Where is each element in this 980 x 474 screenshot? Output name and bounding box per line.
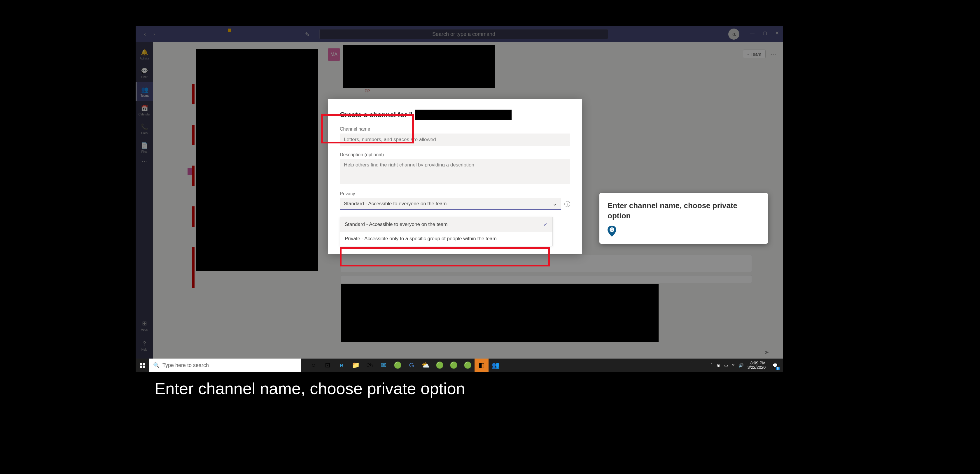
svg-rect-3 [143, 366, 145, 368]
chrome3-icon[interactable]: 🟢 [447, 358, 461, 372]
svg-rect-0 [140, 363, 142, 365]
redaction-block [415, 109, 512, 120]
cortana-icon[interactable]: ○ [307, 358, 321, 372]
taskbar-clock[interactable]: 8:09 PM 3/22/2020 [748, 361, 766, 370]
store-icon[interactable]: 🛍 [363, 358, 377, 372]
chrome-icon[interactable]: 🟢 [391, 358, 404, 372]
taskbar-search-input[interactable]: 🔍 Type here to search [149, 358, 301, 372]
clock-time: 8:09 PM [748, 361, 766, 365]
tray-chevron-icon[interactable]: ˄ [711, 363, 713, 368]
explorer-icon[interactable]: 📁 [348, 358, 363, 372]
instruction-callout: Enter channel name, choose private optio… [600, 193, 768, 244]
app-g-icon[interactable]: G [404, 358, 418, 372]
task-view-icon[interactable]: ⊡ [321, 358, 334, 372]
windows-taskbar: 🔍 Type here to search ○ ⊡ e 📁 🛍 ✉ 🟢 G ⛅ … [135, 358, 783, 372]
start-button[interactable] [135, 358, 149, 372]
svg-rect-1 [143, 363, 145, 365]
modal-title: Create a channel for " [340, 109, 570, 120]
option-label: Standard - Accessible to everyone on the… [345, 222, 447, 227]
privacy-dropdown: Standard - Accessible to everyone on the… [340, 217, 553, 246]
clock-date: 3/22/2020 [748, 365, 766, 369]
privacy-label: Privacy [340, 191, 570, 197]
search-icon: 🔍 [153, 362, 159, 368]
instruction-text: Enter channel name, choose private optio… [608, 201, 760, 221]
privacy-selected-value: Standard - Accessible to everyone on the… [344, 201, 447, 207]
modal-title-prefix: Create a channel for " [340, 111, 412, 119]
windows-logo-icon [140, 363, 145, 368]
create-channel-modal: Create a channel for " Channel name Desc… [328, 99, 582, 254]
tray-battery-icon[interactable]: ▭ [724, 363, 728, 368]
notification-count: 5 [776, 367, 780, 370]
taskbar-search-placeholder: Type here to search [162, 362, 209, 368]
app-orange-icon[interactable]: ◧ [474, 358, 488, 372]
tray-wifi-icon[interactable]: ⌔ [732, 363, 734, 368]
teams-taskbar-icon[interactable]: 👥 [488, 358, 503, 372]
pin-icon: G [608, 226, 616, 237]
mail-icon[interactable]: ✉ [377, 358, 391, 372]
notifications-button[interactable]: 💬 5 [770, 358, 780, 372]
chevron-down-icon: ⌄ [553, 201, 557, 207]
edge-icon[interactable]: e [334, 358, 348, 372]
channel-name-input[interactable] [340, 133, 570, 146]
tray-location-icon[interactable]: ◉ [717, 363, 720, 368]
weather-icon[interactable]: ⛅ [418, 358, 433, 372]
svg-rect-2 [140, 366, 142, 368]
video-caption: Enter channel name, choose private optio… [154, 379, 465, 398]
chrome4-icon[interactable]: 🟢 [461, 358, 474, 372]
tray-volume-icon[interactable]: 🔊 [738, 363, 743, 368]
privacy-option-standard[interactable]: Standard - Accessible to everyone on the… [340, 217, 552, 232]
info-icon[interactable]: i [565, 201, 570, 207]
privacy-select[interactable]: Standard - Accessible to everyone on the… [340, 198, 561, 210]
svg-text:G: G [611, 228, 613, 232]
channel-name-label: Channel name [340, 127, 570, 132]
check-icon: ✓ [543, 221, 548, 228]
description-label: Description (optional) [340, 152, 570, 157]
privacy-option-private[interactable]: Private - Accessible only to a specific … [340, 232, 552, 246]
chrome2-icon[interactable]: 🟢 [433, 358, 447, 372]
description-input[interactable] [340, 159, 570, 184]
option-label: Private - Accessible only to a specific … [345, 236, 497, 242]
